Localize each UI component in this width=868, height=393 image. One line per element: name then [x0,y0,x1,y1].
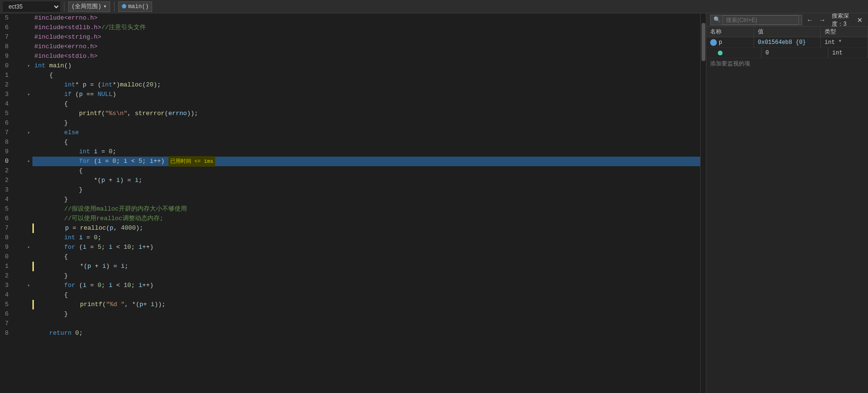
code-line: } [32,185,700,195]
collapse-arrow[interactable]: ▾ [25,90,32,99]
line-number: 2 [2,80,11,90]
breakpoint-slot[interactable] [15,185,25,195]
collapse-arrow [25,13,32,23]
code-line: *(p + i) = i; [32,176,700,185]
breakpoint-slot[interactable] [15,204,25,214]
code-text: for (i = 0; i < 5; i++) [34,157,165,166]
breakpoint-slot[interactable] [15,300,25,309]
watch-icon-deref [718,51,723,55]
collapse-arrow[interactable]: ▾ [25,281,32,290]
collapse-arrow[interactable]: ▾ [25,243,32,252]
collapse-arrow [25,109,32,118]
collapse-gutter: ▾▾▾▾▾▾ [25,13,32,393]
breakpoint-slot[interactable] [15,214,25,223]
breakpoint-slot[interactable] [15,290,25,300]
code-text: #include<errno.h> [34,13,98,23]
breakpoint-slot[interactable] [15,13,25,23]
line-number: 5 [2,13,11,23]
scope-dropdown[interactable]: (全局范围) ▾ [68,1,110,12]
function-dropdown[interactable]: ⬟ main() [118,1,152,12]
code-lines[interactable]: #include<errno.h>#include<stdlib.h>//注意引… [32,13,700,393]
breakpoint-slot[interactable] [15,252,25,262]
code-line: for (i = 5; i < 10; i++) [32,243,700,252]
search-box[interactable]: 🔍 [710,15,802,25]
code-text: int* p = (int*)malloc(20); [34,80,161,90]
vertical-scrollbar[interactable] [700,13,706,393]
breakpoint-slot[interactable] [15,309,25,319]
line-number: 1 [2,262,11,271]
breakpoint-slot[interactable] [15,157,25,166]
code-line: else [32,128,700,138]
code-text: } [34,185,83,195]
breakpoint-slot[interactable] [15,281,25,290]
code-text: if (p == NULL) [34,90,116,99]
breakpoint-slot[interactable] [15,118,25,128]
collapse-arrow[interactable]: ▾ [25,61,32,71]
breakpoint-slot[interactable] [15,80,25,90]
execution-indicator [32,262,34,271]
code-line: { [32,252,700,262]
breakpoint-slot[interactable] [15,32,25,42]
code-line: p = realloc(p, 4000); [32,223,700,233]
breakpoint-slot[interactable] [15,262,25,271]
code-text: } [34,195,68,204]
collapse-arrow[interactable]: ▾ [25,157,32,166]
code-line: { [32,290,700,300]
breakpoint-slot[interactable] [15,71,25,80]
breakpoint-slot[interactable] [15,128,25,138]
breakpoint-slot[interactable] [15,195,25,204]
breakpoint-slot[interactable] [15,176,25,185]
search-input[interactable] [723,15,799,25]
collapse-arrow [25,32,32,42]
breakpoint-slot[interactable] [15,166,25,176]
breakpoint-slot[interactable] [15,138,25,147]
search-next-button[interactable]: → [817,15,827,25]
line-number: 1 [2,71,11,80]
breakpoint-slot[interactable] [15,147,25,157]
add-watch-item[interactable]: 添加要监视的项 [706,58,868,69]
breakpoint-slot[interactable] [15,271,25,281]
search-prev-button[interactable]: ← [805,15,815,25]
watch-row-deref[interactable]: 0 int [706,48,868,58]
chevron-down-icon: ▾ [103,3,106,10]
breakpoint-slot[interactable] [15,319,25,329]
function-icon: ⬟ [122,3,126,10]
breakpoint-slot[interactable] [15,23,25,32]
collapse-arrow [25,214,32,223]
code-line: #include<stdio.h> [32,52,700,61]
code-text: { [34,138,68,147]
collapse-arrow [25,252,32,262]
breakpoint-slot[interactable] [15,42,25,52]
line-number: 8 [2,233,11,243]
watch-row-p[interactable]: p 0x01564eb8 {0} int * [706,37,868,48]
timing-badge: 已用时间 <= 1ms [168,156,215,167]
collapse-arrow[interactable]: ▾ [25,128,32,138]
code-content: 5678901234567890223456789012345678 ▾▾▾▾▾… [0,13,706,393]
code-text: printf("%d ", *(p+ i)); [35,300,165,309]
breakpoint-slot[interactable] [15,90,25,99]
code-text: else [34,128,79,138]
code-line [32,319,700,329]
breakpoint-slot[interactable] [15,99,25,109]
file-selector[interactable]: ect35 [3,1,60,12]
breakpoint-slot[interactable] [15,243,25,252]
breakpoint-slot[interactable] [15,223,25,233]
execution-indicator [32,300,34,309]
line-number: 5 [2,300,11,309]
code-line: printf("%s\n", strerror(errno)); [32,109,700,118]
line-number: 8 [2,42,11,52]
code-line: int i = 0; [32,233,700,243]
code-text: #include<errno.h> [34,42,98,52]
breakpoint-slot[interactable] [15,329,25,338]
breakpoint-slot[interactable] [15,61,25,71]
code-text: } [34,271,68,281]
line-number: 2 [2,166,11,176]
watch-name-deref [714,48,762,58]
breakpoint-slot[interactable] [15,52,25,61]
code-line: int main() [32,61,700,71]
close-search-button[interactable]: ✕ [856,15,864,25]
breakpoint-slot[interactable] [15,109,25,118]
scrollbar-thumb[interactable] [702,23,705,61]
watch-toolbar: 🔍 ← → 搜索深度：3 ✕ [706,13,868,27]
breakpoint-slot[interactable] [15,233,25,243]
